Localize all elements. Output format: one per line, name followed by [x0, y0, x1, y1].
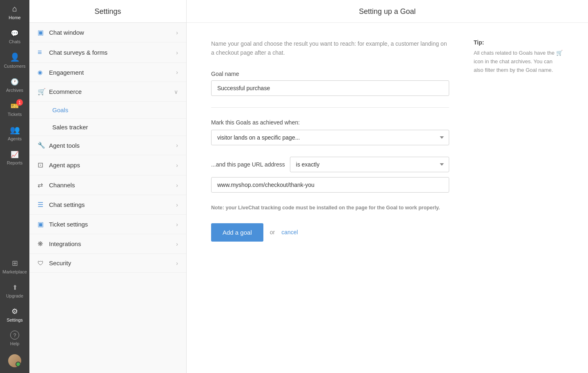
sidebar-item-chat-window[interactable]: Chat window ›: [29, 23, 186, 42]
note-text: Note: your LiveChat tracking code must b…: [211, 204, 449, 212]
archives-icon: [11, 77, 19, 86]
main-content: Setting up a Goal Name your goal and cho…: [187, 0, 588, 373]
agent-apps-icon: [38, 161, 49, 169]
sidebar-label-integrations: Integrations: [49, 240, 176, 247]
upgrade-icon: [12, 282, 18, 292]
sidebar-item-agent-tools[interactable]: 🔧 Agent tools ›: [29, 136, 186, 155]
nav-settings-label: Settings: [7, 317, 23, 322]
sidebar-item-security[interactable]: 🛡 Security ›: [29, 254, 186, 273]
sidebar-item-ecommerce[interactable]: 🛒 Ecommerce ∨: [29, 82, 186, 102]
sidebar-label-chat-surveys: Chat surveys & forms: [49, 49, 176, 56]
sidebar-item-integrations[interactable]: ❋ Integrations ›: [29, 234, 186, 254]
sidebar-item-engagement[interactable]: Engagement ›: [29, 63, 186, 82]
chevron-right-icon: ›: [176, 69, 178, 75]
chat-icon: [11, 28, 19, 38]
nav-agents-label: Agents: [8, 136, 22, 141]
mark-as-label: Mark this Goals as achieved when:: [211, 119, 449, 126]
nav-home-label: Home: [9, 15, 20, 20]
mark-as-group: Mark this Goals as achieved when: visito…: [211, 119, 449, 145]
nav-upgrade[interactable]: Upgrade: [0, 278, 29, 302]
nav-agents[interactable]: Agents: [0, 121, 29, 145]
customers-icon: [10, 52, 20, 62]
chevron-right-icon: ›: [176, 221, 178, 228]
sidebar-item-agent-apps[interactable]: Agent apps ›: [29, 155, 186, 175]
nav-customers-label: Customers: [4, 64, 25, 69]
sidebar-label-chat-settings: Chat settings: [49, 201, 176, 208]
nav-settings[interactable]: Settings: [0, 302, 29, 326]
chat-surveys-icon: [38, 48, 49, 57]
action-row: Add a goal or cancel: [211, 223, 449, 242]
tickets-badge: 1: [16, 99, 23, 106]
nav-reports[interactable]: Reports: [0, 145, 29, 169]
nav-customers[interactable]: Customers: [0, 48, 29, 73]
nav-chats[interactable]: Chats: [0, 24, 29, 48]
sidebar-item-chat-settings[interactable]: ☰ Chat settings ›: [29, 195, 186, 215]
settings-sidebar-title: Settings: [29, 0, 186, 23]
sidebar-label-agent-apps: Agent apps: [49, 162, 176, 169]
nav-marketplace[interactable]: Marketplace: [0, 254, 29, 278]
chevron-right-icon: ›: [176, 162, 178, 169]
url-label: ...and this page URL address: [211, 161, 285, 168]
form-divider: [211, 107, 449, 108]
nav-help-label: Help: [10, 341, 20, 346]
add-goal-button[interactable]: Add a goal: [211, 223, 263, 242]
tip-body-text1: All chats related to Goals have the: [474, 50, 555, 56]
nav-avatar[interactable]: [0, 350, 29, 373]
sidebar-item-ticket-settings[interactable]: ▣ Ticket settings ›: [29, 215, 186, 234]
nav-reports-label: Reports: [7, 160, 23, 165]
main-header-title: Setting up a Goal: [187, 0, 588, 23]
url-value-input[interactable]: [211, 177, 449, 193]
url-condition-row: ...and this page URL address is exactly …: [211, 157, 449, 172]
chevron-right-icon: ›: [176, 49, 178, 56]
mark-as-select[interactable]: visitor lands on a specific page... visi…: [211, 130, 449, 145]
marketplace-icon: [12, 258, 18, 268]
or-text: or: [270, 229, 275, 235]
form-description: Name your goal and choose the result you…: [211, 39, 449, 58]
chevron-right-icon: ›: [176, 241, 178, 247]
sidebar-subitem-sales-tracker[interactable]: Sales tracker: [29, 119, 186, 136]
nav-archives-label: Archives: [6, 88, 23, 93]
tip-section: Tip: All chats related to Goals have the…: [474, 39, 564, 357]
settings-icon: [11, 306, 18, 316]
user-avatar: [8, 354, 21, 367]
chevron-down-icon: ∨: [174, 89, 178, 95]
goal-name-input[interactable]: [211, 80, 449, 96]
sidebar-label-ticket-settings: Ticket settings: [49, 221, 176, 228]
integrations-icon: ❋: [38, 240, 49, 248]
chevron-right-icon: ›: [176, 182, 178, 189]
cart-icon: 🛒: [556, 49, 563, 58]
sidebar-label-channels: Channels: [49, 182, 176, 189]
url-condition-select[interactable]: is exactly contains starts with: [290, 157, 449, 172]
ecommerce-icon: 🛒: [38, 88, 49, 95]
nav-upgrade-label: Upgrade: [6, 293, 23, 298]
icon-navigation: Home Chats Customers Archives 1 Tickets …: [0, 0, 29, 373]
cancel-link[interactable]: cancel: [281, 229, 298, 235]
sidebar-item-channels[interactable]: ⇄ Channels ›: [29, 175, 186, 195]
chevron-right-icon: ›: [176, 202, 178, 208]
sidebar-label-engagement: Engagement: [49, 69, 176, 76]
note-body: your LiveChat tracking code must be inst…: [225, 205, 440, 211]
sidebar-label-ecommerce: Ecommerce: [49, 88, 174, 95]
nav-tickets-label: Tickets: [8, 112, 22, 117]
agent-tools-icon: 🔧: [38, 142, 49, 149]
tip-body-text2: icon in the chat archives. You can also …: [474, 58, 553, 73]
sidebar-item-chat-surveys[interactable]: Chat surveys & forms ›: [29, 42, 186, 63]
main-body: Name your goal and choose the result you…: [187, 23, 588, 373]
sidebar-subitem-goals[interactable]: Goals: [29, 102, 186, 119]
help-icon: ?: [10, 331, 19, 340]
nav-help[interactable]: ? Help: [0, 326, 29, 350]
nav-tickets[interactable]: 1 Tickets: [0, 97, 29, 121]
reports-icon: [11, 149, 19, 159]
chevron-right-icon: ›: [176, 260, 178, 266]
url-value-group: [211, 177, 449, 193]
engagement-icon: [38, 69, 49, 76]
sales-tracker-label: Sales tracker: [52, 124, 88, 131]
channels-icon: ⇄: [38, 181, 49, 189]
nav-archives[interactable]: Archives: [0, 73, 29, 97]
chevron-right-icon: ›: [176, 29, 178, 36]
goal-name-group: Goal name: [211, 71, 449, 96]
ticket-settings-icon: ▣: [38, 220, 49, 228]
nav-home[interactable]: Home: [0, 0, 29, 24]
chat-settings-icon: ☰: [38, 201, 49, 209]
note-label: Note:: [211, 205, 224, 211]
